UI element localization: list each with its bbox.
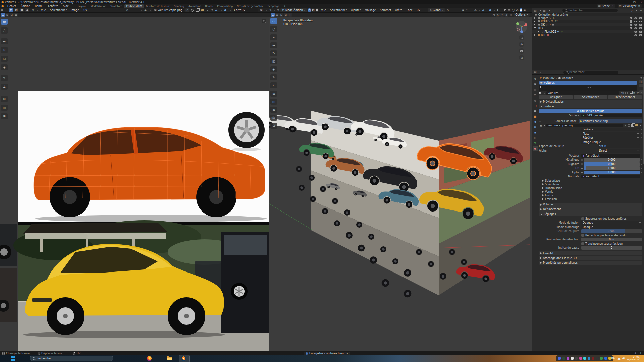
tab-layout[interactable]: Layout [76, 4, 89, 8]
uv-sync-select-icon[interactable]: ⇄ [214, 8, 218, 12]
translucence-checkbox[interactable] [581, 242, 584, 245]
select-intersect-button[interactable]: ◫ [288, 13, 292, 17]
tab-world-icon[interactable]: ◯ [533, 104, 538, 108]
normal-input[interactable]: Par défaut [581, 175, 640, 178]
night-mode-icon[interactable]: ☾ [639, 355, 641, 362]
fake-user-icon[interactable] [191, 9, 194, 12]
add-workspace-button[interactable]: + [281, 4, 287, 8]
roughness-slider[interactable]: 0.500 [584, 162, 640, 166]
tray-app-icon[interactable] [592, 357, 594, 360]
tray-app-icon[interactable] [571, 357, 574, 360]
outliner-row-scene-collection[interactable]: ▤ Collection de la scène [532, 13, 644, 16]
uv-selectmode-invert-button[interactable]: ⊠ [14, 13, 18, 17]
tab-data-icon[interactable]: ▽ [533, 141, 538, 145]
tab-edition-uv[interactable]: Édition d'UV [124, 4, 144, 8]
uv-editor-type-icon[interactable]: ▦ [0, 8, 4, 12]
copy-image-icon[interactable] [631, 124, 634, 127]
material-slot-row[interactable]: voitures [539, 81, 637, 85]
uv-relax-tool-button[interactable]: ◫ [1, 105, 8, 111]
uv-annotate-tool-button[interactable]: ✎ [1, 75, 8, 81]
vp-menu-maillage[interactable]: Maillage [363, 9, 377, 12]
shading-solid-icon[interactable]: ◐ [516, 8, 519, 12]
selectable-checkbox[interactable]: ✓ [630, 20, 632, 23]
tab-modelisation[interactable]: Modélisation [89, 4, 108, 8]
tray-app-icon[interactable] [567, 357, 569, 360]
material-browse-icon[interactable] [539, 92, 541, 94]
tab-viewlayer-icon[interactable]: ◫ [533, 93, 538, 97]
unlink-material-icon[interactable]: × [632, 92, 636, 94]
uv-select-island-button[interactable]: ◈ [25, 8, 29, 12]
measure-tool-button[interactable]: ∠ [270, 82, 277, 88]
viewport-canvas[interactable]: ▭ ◌ ⌖ ↔ ↻ ◱ ◈ ✎ ∠ ⊞ ◫ ⊠ ▤ ⊟ Perspective … [269, 17, 532, 351]
slot-expand-icon[interactable] [540, 86, 542, 88]
tab-object-icon[interactable]: ■ [533, 114, 538, 119]
face-select-button[interactable]: ■ [316, 8, 319, 12]
hide-eye-icon[interactable] [634, 31, 637, 33]
wifi-icon[interactable] [617, 355, 621, 362]
tab-material-icon[interactable]: ● [533, 146, 538, 151]
select-button[interactable]: Sélectionner [574, 95, 607, 99]
tray-app-icon[interactable] [604, 357, 607, 360]
outliner-row-7[interactable]: ▤ 7 ✓ [532, 26, 644, 30]
selectable-checkbox[interactable]: ✓ [630, 27, 632, 29]
menu-edition[interactable]: Édition [18, 5, 33, 8]
render-camera-icon[interactable] [639, 21, 642, 22]
render-camera-icon[interactable] [639, 24, 642, 26]
xray-icon[interactable]: ▥ [508, 8, 511, 12]
uv-selectmode-extend-button[interactable]: ⊞ [5, 13, 9, 17]
scale-tool-button[interactable]: ◱ [270, 58, 277, 64]
start-button[interactable] [11, 355, 15, 362]
proportional-size-icon[interactable]: ◉ [509, 13, 513, 17]
properties-editor-type-icon[interactable]: ▤ [533, 70, 537, 74]
open-image-icon[interactable] [635, 124, 638, 126]
tab-output-icon[interactable]: ▤ [533, 87, 538, 92]
shading-material-icon[interactable]: ● [520, 8, 522, 12]
uv-select-vertex-button[interactable]: ⊡ [9, 8, 13, 12]
hide-eye-icon[interactable] [634, 27, 637, 29]
minimize-button[interactable]: — [626, 1, 629, 4]
fake-user-icon[interactable] [625, 92, 628, 94]
uv-pinch-tool-button[interactable]: ⊠ [1, 113, 8, 119]
tab-rendu[interactable]: Rendu [203, 4, 215, 8]
tweak-tool-button[interactable]: ▭ [270, 18, 277, 24]
uv-selectmode-new-button[interactable]: ▭ [1, 13, 5, 17]
uv-menu-selectionner[interactable]: Sélectionner [49, 9, 68, 12]
select-difference-button[interactable]: ⊠ [284, 13, 288, 17]
uv-menu-image[interactable]: Image [69, 9, 80, 12]
uv-select-face-button[interactable]: ■ [20, 8, 24, 12]
uv-scale-tool-button[interactable]: ◱ [1, 56, 8, 62]
use-nodes-button[interactable]: ⊞ Utiliser les nœuds [539, 109, 642, 113]
select-circle-tool-button[interactable]: ◌ [270, 26, 277, 32]
tray-app-icon[interactable] [575, 357, 578, 360]
tab-tool-icon[interactable]: ⊚ [533, 77, 538, 81]
selectable-checkbox[interactable]: ✓ [630, 24, 632, 26]
pin-icon[interactable] [640, 77, 642, 79]
tab-compositing[interactable]: Compositing [215, 4, 235, 8]
selectable-checkbox[interactable]: ✓ [630, 17, 632, 19]
inset-faces-tool-button[interactable]: ◫ [270, 99, 277, 105]
clock[interactable]: 04:0225/05/2024 [627, 355, 639, 362]
tab-render-icon[interactable]: ▣ [533, 82, 538, 86]
panel-proprietes-perso[interactable]: Propriétés personnalisées [539, 261, 642, 265]
uv-menu-uv[interactable]: UV [82, 9, 88, 12]
refraction-checkbox[interactable] [581, 234, 584, 237]
tab-shading[interactable]: Shading [172, 4, 186, 8]
remove-slot-button[interactable]: − [639, 84, 643, 87]
tab-noeuds-geometrie[interactable]: Nœuds de géométrie [235, 4, 265, 8]
source-select[interactable]: Image unique [581, 140, 640, 144]
outliner-row-supra[interactable]: ▤ supra ▽5 ✓ [532, 16, 644, 20]
subpanel-vernis[interactable]: Vernis [539, 190, 642, 194]
panel-reglages[interactable]: Réglages [539, 212, 642, 216]
subpanel-emission[interactable]: Émission [539, 197, 642, 201]
mode-dropdown[interactable]: ⊡ Mode édition [280, 8, 307, 12]
new-collection-icon[interactable]: ⊞ [639, 9, 643, 12]
blender-taskbar-icon[interactable] [181, 355, 186, 362]
pivot-point-icon[interactable]: ⊙ [446, 8, 449, 12]
vp-menu-face[interactable]: Face [405, 9, 414, 12]
render-camera-icon[interactable] [639, 27, 642, 29]
viewport-camera-button[interactable] [519, 48, 524, 54]
extrude-tool-button[interactable]: ⊞ [270, 90, 277, 97]
select-extend-button[interactable]: ⊞ [275, 13, 279, 17]
shading-wireframe-icon[interactable]: ◯ [512, 8, 515, 12]
blend-mode-select[interactable]: Opaque [581, 221, 642, 225]
